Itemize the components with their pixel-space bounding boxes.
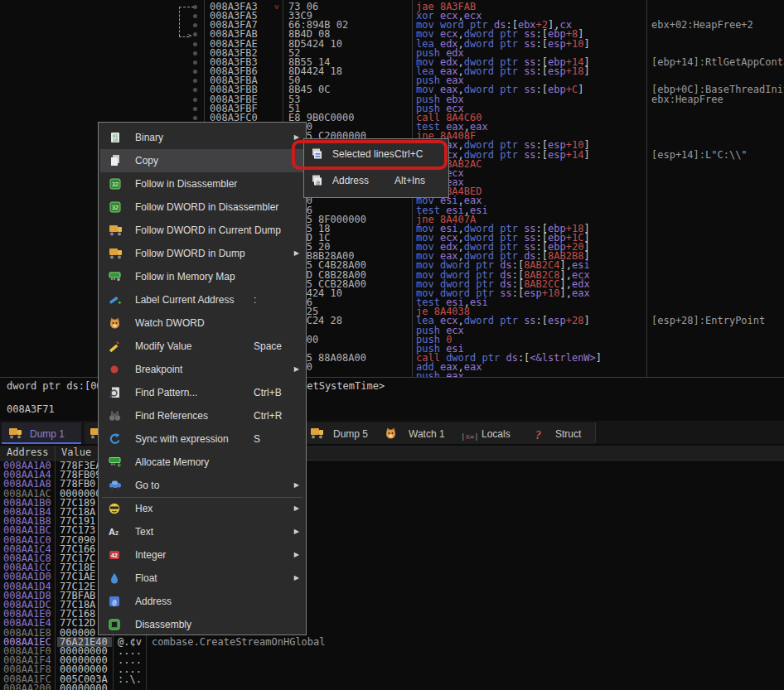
struct-icon: ?: [535, 427, 541, 442]
truck-icon: [109, 248, 123, 259]
disasm-row[interactable]: 008A3FBE53push ebxebx:HeapFree: [0, 95, 784, 104]
menu-item-text[interactable]: A2Text▶: [100, 520, 304, 543]
menu-item-float[interactable]: Float▶: [100, 567, 304, 590]
dump-address: 008AA200: [3, 684, 51, 690]
disasm-comment: [esp+14]:L"C:\\": [651, 151, 748, 160]
annotation-highlight: [292, 140, 448, 170]
menu-item-follow-in-disassembler[interactable]: 32Follow in Disassembler: [100, 172, 304, 195]
menu-item-label: Modify Value: [135, 340, 191, 352]
disasm-row[interactable]: 008A3FBF51push ecx: [0, 104, 784, 113]
menu-item-label: Go to: [135, 480, 159, 491]
disasm-comment: ebx+02:HeapFree+2: [651, 21, 753, 30]
jump-taken-icon: v: [274, 2, 278, 12]
submenu-arrow-icon: ▶: [294, 528, 299, 535]
text-icon: A2: [109, 526, 123, 538]
disasm-comment: [esp+28]:EntryPoint: [651, 316, 765, 326]
breakpoint-dot[interactable]: [193, 116, 197, 120]
breakpoint-dot[interactable]: [193, 51, 197, 55]
breakpoint-dot[interactable]: [193, 107, 197, 111]
menu-item-follow-dword-in-current-dump[interactable]: Follow DWORD in Current Dump: [100, 219, 304, 242]
menu-item-integer[interactable]: 42Integer▶: [100, 543, 304, 567]
submenu-item-label: Address: [332, 175, 369, 186]
menu-item-go-to[interactable]: Go to▶: [100, 474, 304, 497]
disassembly-icon: [109, 619, 123, 630]
dump-header-value[interactable]: Value: [61, 448, 91, 457]
goto-icon: [109, 480, 123, 491]
submenu-item-address[interactable]: @AddressAlt+Ins: [306, 169, 447, 192]
menu-item-find-pattern[interactable]: Find Pattern...Ctrl+B: [100, 381, 304, 404]
tab-watch-1[interactable]: Watch 1: [378, 422, 456, 444]
x64dbg-window: v008A3FA373 06jae 8A3FAB008A3FA533C9xor …: [0, 0, 784, 690]
menu-item-disassembly[interactable]: Disassembly: [100, 613, 304, 636]
submenu-arrow-icon: ▶: [294, 504, 299, 512]
svg-text:42: 42: [111, 552, 118, 558]
breakpoint-dot[interactable]: [193, 23, 197, 27]
disasm-row[interactable]: 008A3FB38B55 14mov edx,dword ptr ss:[ebp…: [0, 58, 784, 67]
jump-line: [179, 7, 194, 7]
dump-row[interactable]: 008AA20000000000....: [0, 684, 784, 690]
menu-item-breakpoint[interactable]: Breakpoint▶: [100, 358, 304, 381]
tab-struct[interactable]: ?Struct: [515, 422, 595, 444]
label-icon: +: [109, 294, 123, 306]
menu-item-label: Watch DWORD: [135, 317, 205, 329]
disasm-row[interactable]: 008A3FA766:894B 02mov word ptr ds:[ebx+2…: [0, 21, 784, 30]
disasm-row[interactable]: 008A3FB68D4424 18lea eax,dword ptr ss:[e…: [0, 67, 784, 76]
menu-item-copy[interactable]: Copy: [100, 149, 304, 172]
tab-label: Struct: [555, 428, 581, 440]
menu-item-shortcut: Space: [254, 340, 282, 352]
truck-icon: [310, 427, 325, 442]
disasm-row[interactable]: 008A3FAB8B4D 08mov ecx,dword ptr ss:[ebp…: [0, 30, 784, 39]
dump-comment: combase.CreateStreamOnHGlobal: [152, 638, 326, 647]
svg-text:+: +: [118, 299, 122, 306]
breakpoint-dot[interactable]: [193, 70, 197, 74]
menu-item-follow-in-memory-map[interactable]: Follow in Memory Map: [100, 265, 304, 288]
breakpoint-dot[interactable]: [193, 98, 197, 102]
menu-item-label: Disassembly: [135, 619, 191, 630]
menu-item-shortcut: :: [254, 294, 256, 306]
breakpoint-dot[interactable]: [193, 79, 197, 83]
menu-item-label-current-address[interactable]: +Label Current Address:: [100, 288, 304, 311]
disasm-comment: [ebp+14]:RtlGetAppContai: [651, 58, 784, 67]
submenu-item-shortcut: Alt+Ins: [394, 175, 425, 186]
submenu-arrow-icon: ▶: [294, 249, 299, 257]
tab-separator: [595, 422, 596, 442]
menu-item-find-references[interactable]: Find ReferencesCtrl+R: [100, 404, 304, 427]
submenu-arrow-icon: ▶: [294, 365, 299, 373]
menu-item-hex[interactable]: Hex▶: [100, 497, 304, 520]
integer-icon: 42: [109, 549, 123, 561]
menu-item-watch-dword[interactable]: Watch DWORD: [100, 311, 304, 335]
menu-item-label: Follow in Memory Map: [135, 271, 235, 282]
menu-item-label: Address: [135, 596, 172, 607]
tab-locals[interactable]: |x=|Locals: [456, 422, 515, 444]
disasm-row[interactable]: v008A3FA373 06jae 8A3FAB: [0, 2, 784, 12]
breakpoint-dot[interactable]: [193, 32, 197, 36]
menu-item-label: Text: [135, 526, 153, 538]
disasm-row[interactable]: 008A3FAE8D5424 10lea edx,dword ptr ss:[e…: [0, 40, 784, 49]
status-address: 008A3F71: [7, 405, 55, 414]
address-icon: @: [109, 596, 123, 607]
menu-item-label: Integer: [135, 549, 166, 561]
menu-item-sync-with-expression[interactable]: Sync with expressionS: [100, 427, 304, 451]
menu-item-shortcut: S: [254, 433, 260, 445]
submenu-arrow-icon: ▶: [294, 574, 299, 581]
copy-icon: [109, 155, 123, 166]
breakpoint-dot[interactable]: [193, 60, 197, 65]
menu-item-address[interactable]: @Address: [100, 590, 304, 613]
menu-item-label: Hex: [135, 503, 152, 514]
menu-item-follow-dword-in-dump[interactable]: Follow DWORD in Dump▶: [100, 242, 304, 265]
submenu-arrow-icon: ▶: [294, 551, 299, 558]
menu-item-label: Follow DWORD in Current Dump: [135, 224, 281, 236]
tab-dump-1[interactable]: Dump 1: [2, 422, 81, 444]
svg-text:@: @: [113, 599, 117, 606]
breakpoint-dot[interactable]: [193, 14, 197, 18]
menu-item-binary[interactable]: 0110Binary▶: [100, 126, 304, 149]
status-expression-right: GetSystemTime>: [301, 382, 385, 391]
breakpoint-dot[interactable]: [193, 42, 197, 46]
menu-item-modify-value[interactable]: Modify ValueSpace: [100, 335, 304, 358]
dump-header-address[interactable]: Address: [7, 448, 49, 457]
pencil-icon: [109, 340, 123, 352]
breakpoint-dot[interactable]: [193, 88, 197, 92]
tab-dump-5[interactable]: Dump 5: [297, 422, 378, 444]
menu-item-follow-dword-in-disassembler[interactable]: 32Follow DWORD in Disassembler: [100, 195, 304, 219]
menu-item-allocate-memory[interactable]: +Allocate Memory: [100, 451, 304, 474]
